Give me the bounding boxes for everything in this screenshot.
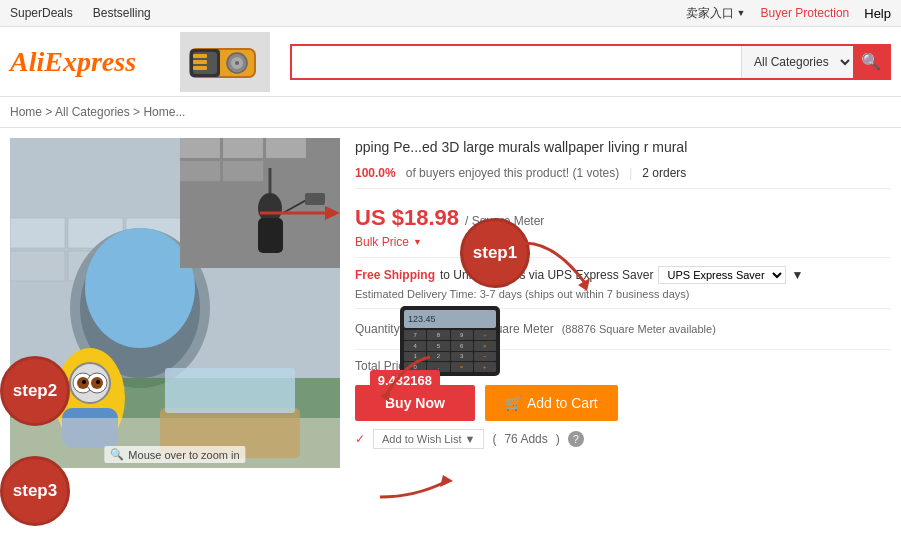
svg-marker-46: [325, 206, 340, 220]
svg-marker-49: [440, 475, 453, 487]
site-header: AliExpress All Categories 🔍: [0, 27, 901, 97]
search-input[interactable]: [292, 46, 741, 78]
help-link[interactable]: Help: [864, 6, 891, 21]
quantity-available: (88876 Square Meter available): [562, 323, 716, 335]
main-product-image[interactable]: 🔍 Mouse over to zoom in: [10, 138, 340, 468]
step3-circle: step3: [0, 456, 70, 526]
search-bar[interactable]: All Categories 🔍: [290, 44, 891, 80]
svg-rect-38: [180, 161, 220, 181]
zoom-text: 🔍 Mouse over to zoom in: [104, 446, 245, 463]
product-title: pping Pe...ed 3D large murals wallpaper …: [355, 138, 891, 158]
price-section: US $18.98 / Square Meter Bulk Price ▼: [355, 197, 891, 258]
svg-point-29: [96, 380, 100, 384]
bulk-price-chevron-icon: ▼: [413, 237, 422, 247]
shipping-section: Free Shipping to United States via UPS E…: [355, 266, 891, 309]
calc-screen: 123.45: [404, 310, 496, 328]
header-arrow: [260, 198, 340, 231]
svg-rect-10: [10, 218, 65, 248]
svg-rect-32: [165, 368, 295, 413]
top-navigation: SuperDeals Bestselling 卖家入口 ▼ Buyer Prot…: [0, 0, 901, 27]
breadcrumb: Home > All Categories > Home...: [0, 97, 901, 128]
bestselling-link[interactable]: Bestselling: [93, 6, 151, 20]
delivery-time: Estimated Delivery Time: 3-7 days (ships…: [355, 288, 891, 300]
svg-rect-6: [193, 54, 207, 58]
check-icon: ✓: [355, 432, 365, 446]
svg-point-28: [82, 380, 86, 384]
svg-point-5: [235, 61, 239, 65]
shipping-row: Free Shipping to United States via UPS E…: [355, 266, 891, 284]
svg-rect-35: [180, 138, 220, 158]
buyer-protection-link[interactable]: Buyer Protection: [761, 6, 850, 20]
step3-arrow: [375, 467, 455, 505]
product-rating: 100.0% of buyers enjoyed this product! (…: [355, 166, 891, 189]
orders-count: 2 orders: [642, 166, 686, 180]
wishlist-row: ✓ Add to Wish List ▼ ( 76 Adds ) ?: [355, 429, 891, 449]
shipping-dropdown-icon: ▼: [791, 268, 803, 282]
site-logo[interactable]: AliExpress: [10, 46, 170, 78]
rating-score: 100.0%: [355, 166, 396, 180]
top-nav-right: 卖家入口 ▼ Buyer Protection Help: [686, 5, 891, 22]
svg-marker-48: [380, 390, 390, 402]
svg-rect-14: [10, 251, 65, 281]
shipping-method-select[interactable]: UPS Express Saver: [658, 266, 786, 284]
svg-rect-37: [266, 138, 306, 158]
svg-rect-39: [223, 161, 263, 181]
seller-portal[interactable]: 卖家入口 ▼: [686, 5, 746, 22]
free-shipping-label: Free Shipping: [355, 268, 435, 282]
superdeals-link[interactable]: SuperDeals: [10, 6, 73, 20]
top-nav-left: SuperDeals Bestselling: [10, 6, 151, 20]
add-to-cart-button[interactable]: 🛒 Add to Cart: [485, 385, 618, 421]
seller-chevron-icon: ▼: [737, 8, 746, 18]
adds-count: 76 Adds: [504, 432, 547, 446]
help-icon[interactable]: ?: [568, 431, 584, 447]
wishlist-button[interactable]: Add to Wish List ▼: [373, 429, 484, 449]
wishlist-chevron-icon: ▼: [464, 433, 475, 445]
search-icon: 🔍: [861, 52, 881, 71]
price-value: US $18.98: [355, 205, 459, 231]
svg-rect-36: [223, 138, 263, 158]
search-button[interactable]: 🔍: [853, 46, 889, 78]
header-product-image: [180, 32, 270, 92]
svg-point-18: [85, 228, 195, 348]
step2-arrow: [375, 352, 435, 405]
step1-arrow: [515, 233, 595, 296]
bulk-price[interactable]: Bulk Price ▼: [355, 235, 891, 249]
step2-circle: step2: [0, 356, 70, 426]
rating-text: of buyers enjoyed this product! (1 votes…: [406, 166, 619, 180]
wishlist-count: (: [492, 432, 496, 446]
main-content: 🔍 Mouse over to zoom in step1 step2 step…: [0, 128, 901, 556]
cart-icon: 🛒: [505, 395, 522, 411]
svg-rect-8: [193, 66, 207, 70]
svg-rect-7: [193, 60, 207, 64]
product-images: 🔍 Mouse over to zoom in step1 step2 step…: [10, 138, 340, 546]
categories-select[interactable]: All Categories: [741, 46, 853, 78]
